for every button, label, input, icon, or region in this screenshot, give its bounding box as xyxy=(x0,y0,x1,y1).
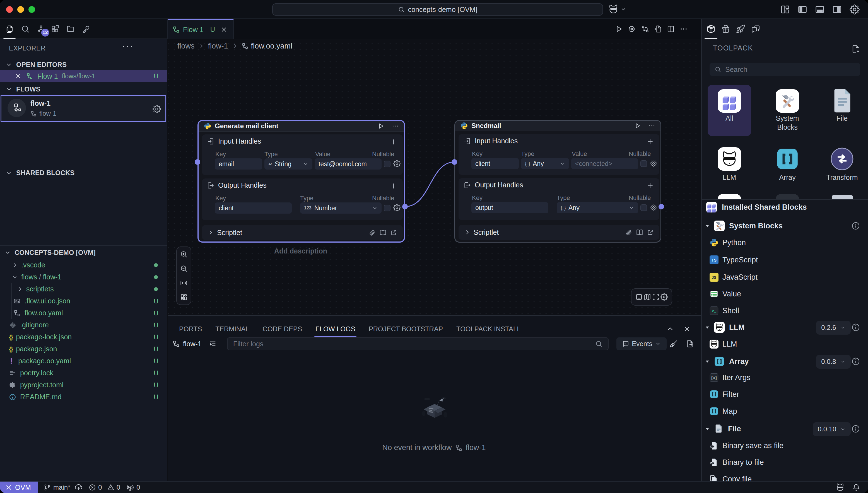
svg-text:JS: JS xyxy=(712,275,716,280)
svg-text:[x]: [x] xyxy=(711,376,717,380)
svg-text:TS: TS xyxy=(712,258,717,262)
svg-text:>_: >_ xyxy=(712,309,717,313)
